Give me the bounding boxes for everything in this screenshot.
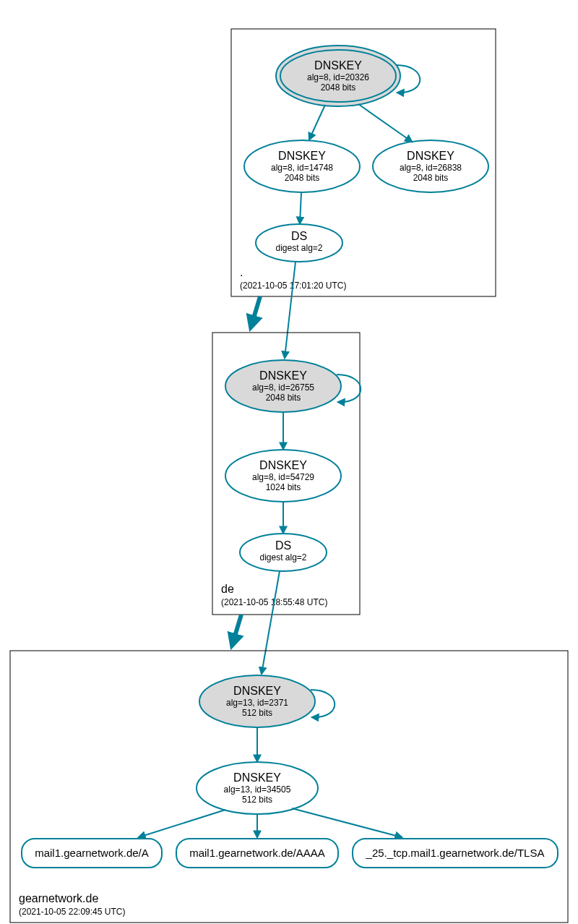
node-de-zsk: DNSKEY alg=8, id=54729 1024 bits bbox=[225, 450, 341, 502]
svg-text:DS: DS bbox=[291, 230, 307, 242]
svg-text:alg=8, id=14748: alg=8, id=14748 bbox=[271, 163, 333, 173]
svg-text:DNSKEY: DNSKEY bbox=[278, 150, 326, 162]
dnssec-diagram: . (2021-10-05 17:01:20 UTC) DNSKEY alg=8… bbox=[0, 0, 578, 924]
node-root-ksk: DNSKEY alg=8, id=20326 2048 bits bbox=[276, 46, 400, 106]
svg-text:DNSKEY: DNSKEY bbox=[314, 59, 362, 72]
svg-text:_25._tcp.mail1.gearnetwork.de/: _25._tcp.mail1.gearnetwork.de/TLSA bbox=[366, 847, 545, 859]
svg-text:DNSKEY: DNSKEY bbox=[233, 685, 281, 697]
zone-domain: gearnetwork.de (2021-10-05 22:09:45 UTC)… bbox=[10, 651, 568, 923]
node-rr-aaaa: mail1.gearnetwork.de/AAAA bbox=[176, 839, 338, 868]
svg-text:mail1.gearnetwork.de/AAAA: mail1.gearnetwork.de/AAAA bbox=[189, 847, 325, 859]
svg-text:alg=8, id=26755: alg=8, id=26755 bbox=[252, 382, 314, 393]
node-root-zsk: DNSKEY alg=8, id=14748 2048 bits bbox=[244, 140, 360, 192]
node-domain-ksk: DNSKEY alg=13, id=2371 512 bits bbox=[199, 675, 315, 727]
zone-de-label: de bbox=[221, 583, 234, 595]
svg-text:DNSKEY: DNSKEY bbox=[407, 150, 454, 162]
zone-de: de (2021-10-05 18:55:48 UTC) DNSKEY alg=… bbox=[212, 333, 361, 615]
node-root-other: DNSKEY alg=8, id=26838 2048 bits bbox=[373, 140, 488, 192]
node-de-ksk: DNSKEY alg=8, id=26755 2048 bits bbox=[225, 360, 341, 412]
svg-text:alg=13, id=2371: alg=13, id=2371 bbox=[226, 698, 288, 708]
svg-text:DNSKEY: DNSKEY bbox=[233, 771, 281, 784]
svg-text:2048 bits: 2048 bits bbox=[285, 173, 320, 183]
zone-root-label: . bbox=[240, 266, 243, 278]
svg-text:2048 bits: 2048 bits bbox=[321, 82, 356, 93]
svg-text:alg=8, id=54729: alg=8, id=54729 bbox=[252, 472, 314, 482]
zone-domain-label: gearnetwork.de bbox=[19, 892, 98, 904]
svg-text:digest alg=2: digest alg=2 bbox=[275, 243, 322, 253]
svg-text:digest alg=2: digest alg=2 bbox=[259, 552, 306, 562]
svg-text:alg=8, id=26838: alg=8, id=26838 bbox=[400, 163, 462, 173]
svg-text:DNSKEY: DNSKEY bbox=[259, 459, 307, 471]
svg-text:alg=8, id=20326: alg=8, id=20326 bbox=[307, 72, 369, 82]
svg-text:DS: DS bbox=[275, 539, 291, 552]
svg-text:512 bits: 512 bits bbox=[242, 708, 272, 718]
svg-text:512 bits: 512 bits bbox=[242, 795, 272, 805]
node-rr-a: mail1.gearnetwork.de/A bbox=[22, 839, 162, 868]
zone-root: . (2021-10-05 17:01:20 UTC) DNSKEY alg=8… bbox=[231, 29, 496, 296]
svg-text:DNSKEY: DNSKEY bbox=[259, 369, 307, 382]
node-root-ds: DS digest alg=2 bbox=[256, 224, 342, 262]
svg-text:mail1.gearnetwork.de/A: mail1.gearnetwork.de/A bbox=[35, 847, 149, 859]
node-rr-tlsa: _25._tcp.mail1.gearnetwork.de/TLSA bbox=[353, 839, 558, 868]
svg-text:2048 bits: 2048 bits bbox=[413, 173, 449, 183]
svg-text:1024 bits: 1024 bits bbox=[266, 482, 301, 492]
zone-domain-timestamp: (2021-10-05 22:09:45 UTC) bbox=[19, 907, 125, 917]
node-domain-zsk: DNSKEY alg=13, id=34505 512 bits bbox=[197, 762, 318, 814]
node-de-ds: DS digest alg=2 bbox=[240, 534, 327, 571]
svg-text:alg=13, id=34505: alg=13, id=34505 bbox=[224, 784, 291, 795]
svg-text:2048 bits: 2048 bits bbox=[266, 393, 301, 403]
